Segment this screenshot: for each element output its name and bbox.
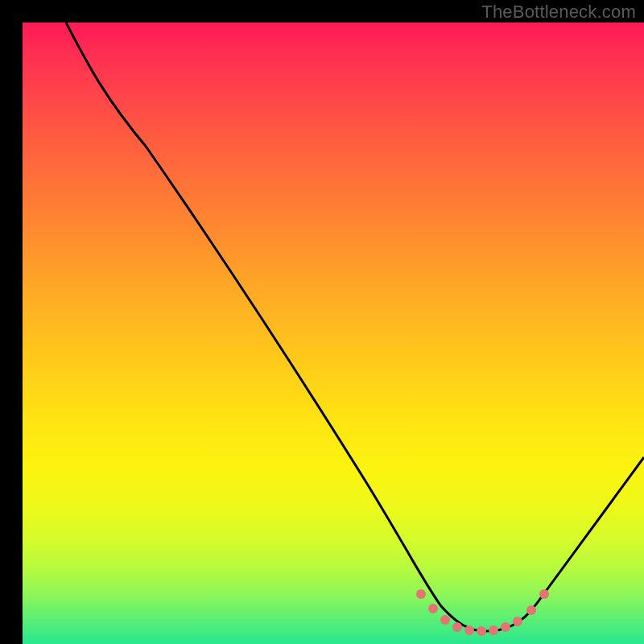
plot-area (23, 23, 644, 644)
marker-dot (428, 604, 438, 613)
marker-dot (526, 605, 536, 615)
marker-dot (489, 625, 498, 635)
marker-dot (513, 617, 522, 626)
sweet-spot-markers (416, 589, 549, 636)
marker-dot (452, 622, 462, 632)
marker-dot (464, 625, 474, 635)
marker-dot (539, 589, 549, 599)
bottleneck-curve (23, 23, 644, 644)
chart-frame (11, 11, 633, 633)
marker-dot (501, 622, 510, 632)
curve-path (66, 23, 644, 631)
marker-dot (477, 626, 486, 636)
marker-dot (416, 589, 426, 599)
marker-dot (440, 615, 450, 625)
